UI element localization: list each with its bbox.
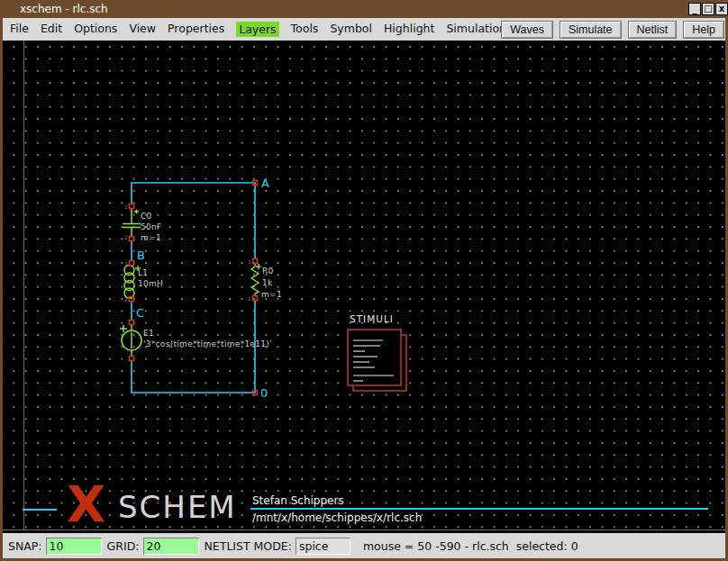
help-button[interactable]: Help (683, 21, 724, 39)
decor-cyan-line-left (23, 509, 57, 511)
inductor-name[interactable]: L1 (138, 268, 148, 277)
snap-input[interactable]: 10 (46, 538, 102, 555)
capacitor-mult[interactable]: m=1 (141, 233, 161, 242)
status-bar: SNAP: 10 GRID: 20 NETLIST MODE: spice mo… (3, 533, 725, 558)
window-controls: _ □ x (687, 3, 728, 16)
decor-cyan-line-right (250, 508, 708, 510)
schematic-drawing (3, 41, 725, 533)
capacitor-name[interactable]: C0 (141, 212, 152, 221)
xschem-window: xschem - rlc.sch _ □ x File Edit Options… (0, 0, 728, 561)
xschem-logo-x: X (67, 483, 105, 526)
resistor-symbol[interactable] (251, 263, 261, 296)
author-text: Stefan Schippers (252, 494, 344, 507)
title-bar[interactable]: xschem - rlc.sch _ □ x (0, 0, 728, 18)
source-symbol[interactable] (120, 324, 141, 357)
ind-pin1-number: 1 (124, 261, 128, 267)
netlist-mode-input[interactable]: spice (296, 538, 350, 555)
node-label-a[interactable]: A (261, 176, 269, 190)
stimuli-icon[interactable] (348, 330, 406, 391)
menu-tools[interactable]: Tools (291, 22, 319, 37)
ind-pin2-number: 2 (124, 297, 128, 303)
schematic-canvas[interactable]: A B C 0 C0 50nF m=1 L1 10mH E1 '3*cos(ti… (3, 41, 725, 533)
toolbar-buttons: Waves Simulate Netlist Help (501, 21, 724, 39)
capacitor-symbol[interactable] (123, 208, 141, 237)
window-title: xschem - rlc.sch (20, 3, 108, 15)
menu-simulation[interactable]: Simulation (446, 22, 506, 37)
menu-layers[interactable]: Layers (236, 22, 278, 37)
netlist-mode-label: NETLIST MODE: (205, 539, 292, 553)
menu-symbol[interactable]: Symbol (330, 22, 372, 37)
node-label-gnd[interactable]: 0 (260, 386, 268, 400)
source-value[interactable]: '3*cos(time*time*time*1e11)' (143, 339, 272, 348)
simulate-button[interactable]: Simulate (560, 21, 622, 39)
menu-highlight[interactable]: Highlight (384, 22, 434, 37)
menu-options[interactable]: Options (74, 22, 117, 37)
menus: File Edit Options View Properties Layers… (3, 22, 506, 37)
netlist-button[interactable]: Netlist (628, 21, 678, 39)
mouse-status-text: mouse = 50 -590 - rlc.sch selected: 0 (363, 539, 578, 553)
res-pin2-number: 2 (248, 296, 251, 302)
minimize-button[interactable]: _ (688, 3, 701, 15)
resistor-mult[interactable]: m=1 (261, 290, 282, 299)
menu-properties[interactable]: Properties (168, 22, 224, 37)
menu-edit[interactable]: Edit (41, 22, 62, 37)
source-name[interactable]: E1 (143, 329, 154, 338)
node-label-c[interactable]: C (136, 306, 144, 320)
menu-bar: File Edit Options View Properties Layers… (3, 18, 725, 41)
snap-label: SNAP: (8, 539, 42, 553)
stimuli-label[interactable]: STIMULI (350, 313, 394, 324)
res-pin1-number: 1 (248, 259, 251, 265)
close-button[interactable]: x (715, 3, 728, 15)
resistor-value[interactable]: 1k (262, 278, 273, 287)
cap-pin1-number: 1 (124, 204, 128, 210)
waves-button[interactable]: Waves (501, 21, 553, 39)
grid-label: GRID: (107, 539, 140, 553)
maximize-button[interactable]: □ (702, 3, 714, 15)
file-path-text: /mnt/x/home/schippes/x/rlc.sch (252, 511, 422, 524)
inductor-value[interactable]: 10mH (138, 279, 163, 288)
xschem-logo-text: SCHEM (118, 492, 237, 522)
node-label-b[interactable]: B (137, 249, 145, 262)
menu-file[interactable]: File (10, 22, 29, 37)
resistor-name[interactable]: R0 (262, 267, 274, 276)
capacitor-value[interactable]: 50nF (141, 222, 162, 231)
cap-pin2-number: 2 (124, 235, 128, 240)
menu-view[interactable]: View (129, 22, 156, 37)
grid-input[interactable]: 20 (143, 538, 199, 555)
